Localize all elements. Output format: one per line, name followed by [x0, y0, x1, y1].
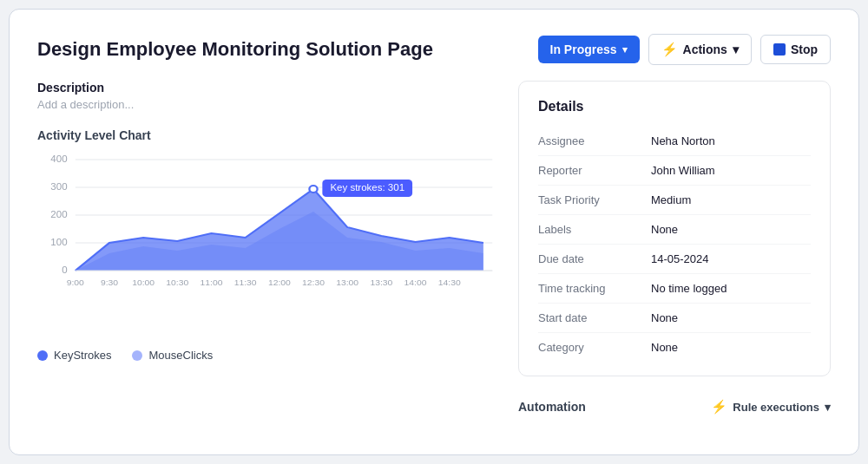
rule-chevron-icon: ▾: [825, 401, 831, 414]
mouseclicks-legend-label: MouseClicks: [148, 349, 213, 362]
svg-text:9:00: 9:00: [67, 278, 85, 287]
detail-val-category: None: [651, 341, 678, 354]
actions-button[interactable]: ⚡ Actions ▾: [648, 34, 752, 65]
details-card: Details Assignee Neha Norton Reporter Jo…: [518, 81, 831, 376]
right-panel: Details Assignee Neha Norton Reporter Jo…: [518, 81, 831, 434]
svg-text:300: 300: [50, 182, 67, 192]
detail-key-priority: Task Priority: [538, 193, 651, 206]
automation-label: Automation: [518, 400, 586, 414]
detail-row-category: Category None: [538, 333, 811, 362]
svg-text:200: 200: [50, 210, 67, 219]
detail-row-assignee: Assignee Neha Norton: [538, 127, 811, 156]
detail-val-start-date: None: [651, 311, 678, 324]
legend-mouseclicks: MouseClicks: [132, 349, 213, 362]
svg-text:12:00: 12:00: [268, 278, 292, 287]
svg-text:0: 0: [62, 265, 67, 275]
detail-row-start-date: Start date None: [538, 304, 811, 333]
svg-text:9:30: 9:30: [101, 278, 119, 287]
chart-section: Activity Level Chart 400 300 200 100: [37, 128, 497, 362]
chevron-down-icon: ▾: [622, 44, 628, 56]
left-panel: Description Add a description... Activit…: [37, 81, 497, 434]
svg-text:100: 100: [50, 238, 67, 247]
svg-text:13:30: 13:30: [370, 278, 393, 287]
chevron-down-icon-2: ▾: [733, 42, 739, 56]
svg-text:10:00: 10:00: [132, 278, 155, 287]
svg-text:10:30: 10:30: [166, 278, 189, 287]
svg-text:11:30: 11:30: [234, 278, 258, 287]
svg-text:14:30: 14:30: [438, 278, 462, 287]
description-placeholder[interactable]: Add a description...: [37, 98, 497, 111]
automation-row: Automation ⚡ Rule executions ▾: [518, 390, 831, 415]
actions-label: Actions: [683, 42, 727, 56]
svg-text:13:00: 13:00: [336, 278, 359, 287]
detail-val-time-tracking: No time logged: [651, 282, 727, 295]
chart-svg: 400 300 200 100 0 9:00 9:30 10:00 10:30 …: [37, 151, 497, 316]
rule-executions-label: Rule executions: [733, 401, 819, 414]
rule-lightning-icon: ⚡: [711, 399, 727, 415]
tooltip-text: Key strokes: 301: [330, 183, 404, 193]
detail-key-category: Category: [538, 341, 651, 354]
detail-val-reporter: John William: [651, 164, 715, 177]
detail-key-due-date: Due date: [538, 252, 651, 265]
svg-text:11:00: 11:00: [201, 278, 224, 287]
detail-key-labels: Labels: [538, 223, 651, 236]
rule-executions-button[interactable]: ⚡ Rule executions ▾: [711, 399, 831, 415]
legend-keystrokes: KeyStrokes: [37, 349, 111, 362]
main-content: Description Add a description... Activit…: [37, 81, 831, 434]
detail-row-due-date: Due date 14-05-2024: [538, 245, 811, 274]
detail-val-priority: Medium: [651, 193, 691, 206]
detail-key-time-tracking: Time tracking: [538, 282, 651, 295]
detail-val-labels: None: [651, 223, 678, 236]
keystrokes-legend-label: KeyStrokes: [54, 349, 111, 362]
detail-key-assignee: Assignee: [538, 134, 651, 147]
in-progress-label: In Progress: [550, 42, 617, 56]
header-actions: In Progress ▾ ⚡ Actions ▾ Stop: [538, 34, 831, 65]
description-section: Description Add a description...: [37, 81, 497, 111]
detail-val-assignee: Neha Norton: [651, 134, 715, 147]
tooltip-dot: [309, 186, 317, 193]
chart-container: 400 300 200 100 0 9:00 9:30 10:00 10:30 …: [37, 151, 497, 342]
description-label: Description: [37, 81, 497, 95]
detail-key-start-date: Start date: [538, 311, 651, 324]
details-title: Details: [538, 99, 811, 114]
stop-button[interactable]: Stop: [760, 35, 831, 64]
chart-title: Activity Level Chart: [37, 128, 497, 142]
detail-row-priority: Task Priority Medium: [538, 186, 811, 215]
svg-text:12:30: 12:30: [302, 278, 326, 287]
detail-row-labels: Labels None: [538, 215, 811, 245]
in-progress-button[interactable]: In Progress ▾: [538, 36, 640, 63]
keystrokes-area: [76, 189, 483, 271]
chart-legend: KeyStrokes MouseClicks: [37, 349, 497, 362]
stop-label: Stop: [791, 42, 818, 56]
detail-key-reporter: Reporter: [538, 164, 651, 177]
lightning-icon: ⚡: [661, 42, 678, 57]
main-card: Design Employee Monitoring Solution Page…: [9, 9, 859, 455]
svg-text:14:00: 14:00: [404, 278, 428, 287]
detail-val-due-date: 14-05-2024: [651, 252, 709, 265]
svg-text:400: 400: [50, 154, 67, 164]
page-title: Design Employee Monitoring Solution Page: [37, 38, 433, 61]
detail-row-reporter: Reporter John William: [538, 156, 811, 186]
header-row: Design Employee Monitoring Solution Page…: [37, 34, 831, 65]
keystrokes-legend-dot: [37, 350, 48, 361]
mouseclicks-legend-dot: [132, 350, 142, 361]
stop-icon: [773, 43, 786, 56]
detail-row-time-tracking: Time tracking No time logged: [538, 274, 811, 304]
